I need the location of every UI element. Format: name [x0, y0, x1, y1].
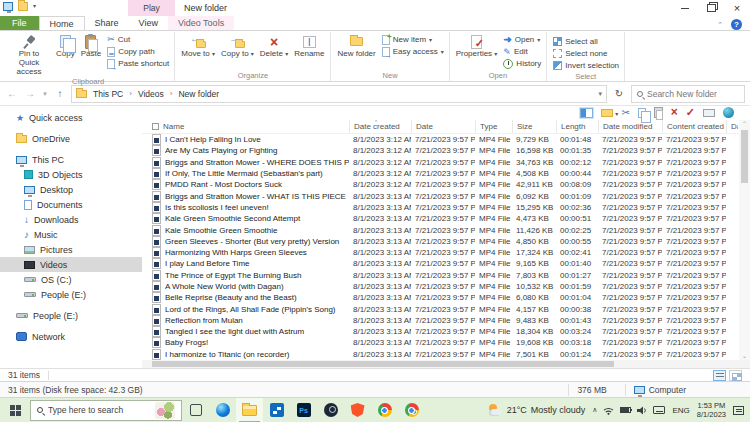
vertical-scrollbar[interactable]: ⌃ ⌄	[739, 120, 750, 360]
taskbar-app-photoshop[interactable]: Ps	[290, 398, 317, 422]
taskbar-app-brave[interactable]	[344, 398, 371, 422]
breadcrumb-videos[interactable]: Videos	[136, 89, 166, 99]
select-none-button[interactable]: Select none	[553, 48, 619, 59]
taskbar-search-input[interactable]: Type here to search	[30, 400, 182, 421]
scroll-down-icon[interactable]: ⌄	[742, 352, 747, 360]
file-row[interactable]: Briggs and Stratton Mower - WHAT IS THIS…	[142, 190, 750, 201]
column-date-modified[interactable]: Date modified	[598, 120, 662, 133]
collapse-ribbon-icon[interactable]: ⌃	[717, 21, 723, 29]
file-row[interactable]: Are My Cats Playing or Fighting8/1/2023 …	[142, 145, 750, 156]
file-row[interactable]: I play Land Before Time8/1/2023 3:13 AM7…	[142, 258, 750, 269]
up-icon[interactable]: ↑	[53, 88, 67, 99]
language-indicator[interactable]: ENG	[672, 406, 689, 415]
qat-dropdown-icon[interactable]: ▾	[33, 2, 36, 11]
file-row[interactable]: Kale Smoothie Green Smoothie8/1/2023 3:1…	[142, 224, 750, 235]
sidebar-item-documents[interactable]: Documents	[0, 197, 142, 212]
column-date[interactable]: Date	[411, 120, 475, 133]
refresh-icon[interactable]: ↻	[611, 88, 627, 99]
delete-button[interactable]: × Delete ▾	[257, 32, 291, 59]
paste-button[interactable]: Paste	[78, 32, 104, 59]
taskbar-app-task-view[interactable]	[182, 398, 209, 422]
easy-access-button[interactable]: Easy access ▾	[382, 46, 444, 57]
column-date-created[interactable]: Date created	[349, 120, 411, 133]
taskbar-app-store[interactable]	[263, 398, 290, 422]
file-row[interactable]: The Prince of Egypt The Burning Bush8/1/…	[142, 270, 750, 281]
sidebar-item-people-e-[interactable]: People (E:)	[0, 308, 142, 323]
file-row[interactable]: Baby Frogs!8/1/2023 3:13 AM7/21/2023 9:5…	[142, 337, 750, 348]
file-row[interactable]: Reflection from Mulan8/1/2023 3:13 AM7/2…	[142, 315, 750, 326]
new-folder-icon[interactable]	[601, 109, 613, 117]
paste-shortcut-button[interactable]: Paste shortcut	[107, 58, 169, 69]
back-icon[interactable]: ←	[5, 88, 19, 99]
taskbar-app-chrome-profile[interactable]	[398, 398, 425, 422]
sidebar-item-quick-access[interactable]: ★Quick access	[0, 110, 142, 125]
edit-button[interactable]: ✎Edit	[503, 46, 541, 57]
column-content-created[interactable]: Content created	[662, 120, 726, 133]
taskbar-app-edge[interactable]	[209, 398, 236, 422]
battery-icon[interactable]	[620, 407, 631, 413]
preview-pane-icon[interactable]	[580, 108, 593, 118]
tray-chevron-icon[interactable]: ∧	[592, 406, 597, 414]
rename-button[interactable]: Rename	[291, 32, 327, 59]
apply-icon[interactable]: ✓	[686, 107, 695, 118]
sidebar-item-os-c-[interactable]: OS (C:)	[0, 272, 142, 287]
history-button[interactable]: History	[503, 58, 541, 69]
new-item-button[interactable]: New item ▾	[382, 34, 444, 45]
tab-view[interactable]: View	[129, 16, 168, 30]
file-row[interactable]: I Can't Help Falling In Love8/1/2023 3:1…	[142, 134, 750, 145]
touch-keyboard-icon[interactable]	[653, 406, 665, 414]
copy-button[interactable]: Copy	[53, 32, 78, 59]
sidebar-item-downloads[interactable]: ↓Downloads	[0, 212, 142, 227]
rename-icon[interactable]	[703, 109, 715, 117]
qat-folder-icon[interactable]	[18, 2, 28, 11]
pin-to-quick-access-button[interactable]: Pin to Quick access	[5, 32, 53, 76]
invert-selection-button[interactable]: Invert selection	[553, 60, 619, 71]
file-row[interactable]: Harmonizing With Harps Green Sleeves8/1/…	[142, 247, 750, 258]
taskbar-app-file-explorer[interactable]	[236, 398, 263, 422]
file-row[interactable]: Is this scoliosis I feel uneven!8/1/2023…	[142, 202, 750, 213]
search-highlights-image[interactable]	[155, 402, 175, 419]
file-row[interactable]: Lord of the Rings, All Shall Fade (Pippi…	[142, 303, 750, 314]
tab-share[interactable]: Share	[85, 16, 129, 30]
sidebar-item-videos[interactable]: Videos	[0, 257, 142, 272]
new-folder-button[interactable]: New folder	[334, 32, 378, 59]
search-input[interactable]: Search New folder	[631, 85, 745, 103]
help-icon[interactable]: ?	[731, 19, 742, 30]
thumbnails-view-icon[interactable]	[729, 370, 742, 381]
sidebar-item-3d-objects[interactable]: 3D Objects	[0, 167, 142, 182]
details-view-icon[interactable]	[713, 370, 726, 381]
delete-icon[interactable]: ×	[671, 107, 678, 118]
horizontal-scrollbar-thumb[interactable]	[152, 361, 614, 367]
move-to-button[interactable]: ← Move to ▾	[178, 32, 218, 59]
sidebar-item-pictures[interactable]: Pictures	[0, 242, 142, 257]
paste-icon[interactable]	[654, 107, 663, 118]
sidebar-item-music[interactable]: ♪Music	[0, 227, 142, 242]
properties-button[interactable]: Properties ▾	[453, 32, 501, 59]
speaker-icon[interactable]	[637, 406, 647, 415]
forward-icon[interactable]: →	[23, 88, 37, 99]
file-row[interactable]: Tangled I see the light duet with Astrum…	[142, 326, 750, 337]
select-all-button[interactable]: Select all	[553, 36, 619, 47]
close-button[interactable]: ×	[724, 0, 750, 16]
action-center-icon[interactable]	[733, 406, 744, 415]
file-row[interactable]: If Only, The Little Mermaid (Sebastian's…	[142, 168, 750, 179]
recent-locations-icon[interactable]: ▾	[41, 90, 49, 98]
file-row[interactable]: Kale Green Smoothie Second Attempt8/1/20…	[142, 213, 750, 224]
sidebar-item-network[interactable]: Network	[0, 329, 142, 344]
file-row[interactable]: Briggs and Stratton Mower - WHERE DOES T…	[142, 157, 750, 168]
start-button[interactable]	[0, 398, 30, 422]
sidebar-item-people-e-[interactable]: People (E:)	[0, 287, 142, 302]
wifi-icon[interactable]	[603, 406, 614, 415]
column-type[interactable]: Type	[475, 120, 512, 133]
column-length[interactable]: Length	[556, 120, 598, 133]
copy-path-button[interactable]: Copy path	[107, 46, 169, 57]
column-date-taken[interactable]: Date ta	[726, 120, 738, 133]
sphere-icon[interactable]	[723, 107, 734, 118]
file-row[interactable]: I harmonize to Titanic (on recorder)8/1/…	[142, 349, 750, 360]
breadcrumb-new-folder[interactable]: New folder	[176, 89, 221, 99]
open-button[interactable]: ➜Open ▾	[503, 34, 541, 45]
tab-file[interactable]: File	[0, 16, 39, 30]
scroll-up-icon[interactable]: ⌃	[742, 120, 747, 128]
file-row[interactable]: PMDD Rant - Most Doctors Suck8/1/2023 3:…	[142, 179, 750, 190]
column-size[interactable]: Size	[512, 120, 556, 133]
